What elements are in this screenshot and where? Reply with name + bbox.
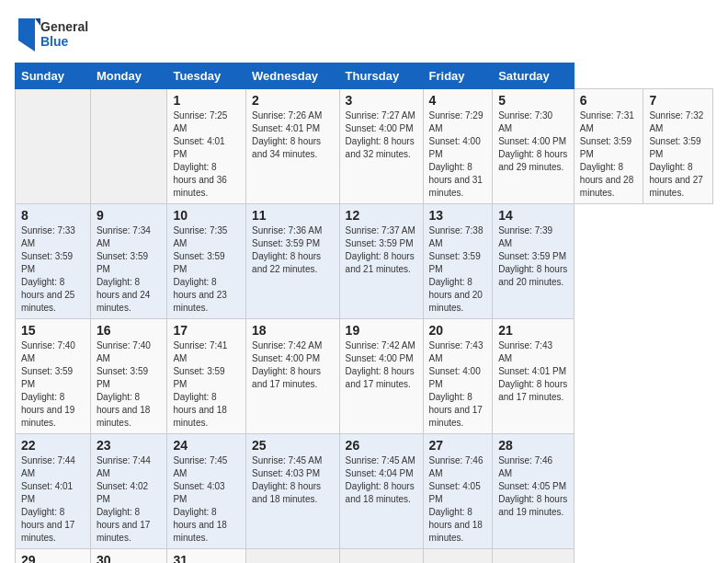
- logo: GeneralBlue: [15, 15, 88, 55]
- calendar-cell: 9 Sunrise: 7:34 AMSunset: 3:59 PMDayligh…: [90, 204, 167, 319]
- day-number: 5: [498, 93, 568, 108]
- calendar-week-row: 29 Sunrise: 7:46 AMSunset: 4:06 PMDaylig…: [16, 549, 713, 564]
- calendar-cell: 4 Sunrise: 7:29 AMSunset: 4:00 PMDayligh…: [423, 89, 493, 204]
- calendar-cell: 26 Sunrise: 7:45 AMSunset: 4:04 PMDaylig…: [339, 434, 423, 549]
- calendar-cell: 11 Sunrise: 7:36 AMSunset: 3:59 PMDaylig…: [246, 204, 340, 319]
- calendar-cell: 17 Sunrise: 7:41 AMSunset: 3:59 PMDaylig…: [167, 319, 246, 434]
- day-info: Sunrise: 7:37 AMSunset: 3:59 PMDaylight:…: [346, 225, 415, 274]
- calendar-cell: 12 Sunrise: 7:37 AMSunset: 3:59 PMDaylig…: [339, 204, 423, 319]
- day-number: 11: [252, 208, 334, 223]
- day-info: Sunrise: 7:45 AMSunset: 4:03 PMDaylight:…: [173, 455, 227, 543]
- day-info: Sunrise: 7:41 AMSunset: 3:59 PMDaylight:…: [173, 340, 227, 428]
- day-info: Sunrise: 7:38 AMSunset: 3:59 PMDaylight:…: [429, 225, 483, 313]
- day-info: Sunrise: 7:29 AMSunset: 4:00 PMDaylight:…: [429, 110, 483, 198]
- day-header-wednesday: Wednesday: [246, 63, 340, 89]
- day-info: Sunrise: 7:31 AMSunset: 3:59 PMDaylight:…: [580, 110, 634, 198]
- day-number: 23: [97, 438, 162, 453]
- calendar-cell: 5 Sunrise: 7:30 AMSunset: 4:00 PMDayligh…: [493, 89, 574, 204]
- day-info: Sunrise: 7:27 AMSunset: 4:00 PMDaylight:…: [346, 110, 415, 159]
- day-info: Sunrise: 7:44 AMSunset: 4:01 PMDaylight:…: [21, 455, 75, 543]
- calendar-week-row: 15 Sunrise: 7:40 AMSunset: 3:59 PMDaylig…: [16, 319, 713, 434]
- svg-marker-0: [18, 18, 35, 52]
- day-number: 1: [173, 93, 240, 108]
- day-number: 4: [429, 93, 487, 108]
- day-info: Sunrise: 7:30 AMSunset: 4:00 PMDaylight:…: [498, 110, 567, 172]
- day-number: 26: [346, 438, 417, 453]
- day-number: 17: [173, 323, 240, 338]
- day-number: 10: [173, 208, 240, 223]
- day-number: 2: [252, 93, 334, 108]
- day-header-saturday: Saturday: [493, 63, 574, 89]
- day-number: 19: [346, 323, 417, 338]
- day-info: Sunrise: 7:36 AMSunset: 3:59 PMDaylight:…: [252, 225, 322, 274]
- day-info: Sunrise: 7:44 AMSunset: 4:02 PMDaylight:…: [97, 455, 151, 543]
- day-number: 22: [21, 438, 85, 453]
- day-info: Sunrise: 7:33 AMSunset: 3:59 PMDaylight:…: [21, 225, 75, 313]
- day-number: 21: [498, 323, 568, 338]
- day-info: Sunrise: 7:25 AMSunset: 4:01 PMDaylight:…: [173, 110, 227, 198]
- calendar-cell: 3 Sunrise: 7:27 AMSunset: 4:00 PMDayligh…: [339, 89, 423, 204]
- day-number: 29: [21, 553, 85, 563]
- calendar-cell: 29 Sunrise: 7:46 AMSunset: 4:06 PMDaylig…: [16, 549, 91, 564]
- svg-text:General: General: [40, 19, 88, 34]
- calendar-cell: 15 Sunrise: 7:40 AMSunset: 3:59 PMDaylig…: [16, 319, 91, 434]
- day-info: Sunrise: 7:34 AMSunset: 3:59 PMDaylight:…: [97, 225, 151, 313]
- day-number: 31: [173, 553, 240, 563]
- day-number: 14: [498, 208, 568, 223]
- day-header-friday: Friday: [423, 63, 493, 89]
- calendar-week-row: 1 Sunrise: 7:25 AMSunset: 4:01 PMDayligh…: [16, 89, 713, 204]
- day-number: 30: [97, 553, 162, 563]
- day-info: Sunrise: 7:45 AMSunset: 4:03 PMDaylight:…: [252, 455, 322, 504]
- day-info: Sunrise: 7:35 AMSunset: 3:59 PMDaylight:…: [173, 225, 227, 313]
- svg-text:Blue: Blue: [40, 34, 69, 49]
- calendar-cell: 27 Sunrise: 7:46 AMSunset: 4:05 PMDaylig…: [423, 434, 493, 549]
- day-number: 18: [252, 323, 334, 338]
- calendar-cell: [90, 89, 167, 204]
- calendar-cell: 13 Sunrise: 7:38 AMSunset: 3:59 PMDaylig…: [423, 204, 493, 319]
- day-number: 12: [346, 208, 417, 223]
- calendar-cell: 30 Sunrise: 7:46 AMSunset: 4:07 PMDaylig…: [90, 549, 167, 564]
- day-header-sunday: Sunday: [16, 63, 91, 89]
- day-info: Sunrise: 7:46 AMSunset: 4:05 PMDaylight:…: [498, 455, 567, 517]
- calendar-cell: 28 Sunrise: 7:46 AMSunset: 4:05 PMDaylig…: [493, 434, 574, 549]
- day-info: Sunrise: 7:46 AMSunset: 4:05 PMDaylight:…: [429, 455, 483, 543]
- calendar-cell: 10 Sunrise: 7:35 AMSunset: 3:59 PMDaylig…: [167, 204, 246, 319]
- calendar-cell: [493, 549, 574, 564]
- day-info: Sunrise: 7:45 AMSunset: 4:04 PMDaylight:…: [346, 455, 415, 504]
- day-header-thursday: Thursday: [339, 63, 423, 89]
- day-number: 25: [252, 438, 334, 453]
- day-header-tuesday: Tuesday: [167, 63, 246, 89]
- calendar-week-row: 22 Sunrise: 7:44 AMSunset: 4:01 PMDaylig…: [16, 434, 713, 549]
- calendar-cell: [16, 89, 91, 204]
- day-number: 6: [580, 93, 638, 108]
- logo-svg: GeneralBlue: [15, 15, 88, 55]
- header: GeneralBlue: [15, 15, 713, 55]
- day-info: Sunrise: 7:42 AMSunset: 4:00 PMDaylight:…: [346, 340, 415, 389]
- calendar-cell: 23 Sunrise: 7:44 AMSunset: 4:02 PMDaylig…: [90, 434, 167, 549]
- calendar-cell: 7 Sunrise: 7:32 AMSunset: 3:59 PMDayligh…: [643, 89, 713, 204]
- day-number: 28: [498, 438, 568, 453]
- day-number: 27: [429, 438, 487, 453]
- day-info: Sunrise: 7:26 AMSunset: 4:01 PMDaylight:…: [252, 110, 322, 159]
- calendar-cell: [246, 549, 340, 564]
- day-number: 7: [649, 93, 707, 108]
- day-number: 9: [97, 208, 162, 223]
- calendar-table: SundayMondayTuesdayWednesdayThursdayFrid…: [15, 63, 713, 563]
- day-number: 3: [346, 93, 417, 108]
- day-info: Sunrise: 7:32 AMSunset: 3:59 PMDaylight:…: [649, 110, 703, 198]
- calendar-cell: 6 Sunrise: 7:31 AMSunset: 3:59 PMDayligh…: [574, 89, 643, 204]
- calendar-cell: 21 Sunrise: 7:43 AMSunset: 4:01 PMDaylig…: [493, 319, 574, 434]
- calendar-week-row: 8 Sunrise: 7:33 AMSunset: 3:59 PMDayligh…: [16, 204, 713, 319]
- day-number: 24: [173, 438, 240, 453]
- calendar-cell: 25 Sunrise: 7:45 AMSunset: 4:03 PMDaylig…: [246, 434, 340, 549]
- calendar-cell: 8 Sunrise: 7:33 AMSunset: 3:59 PMDayligh…: [16, 204, 91, 319]
- days-header-row: SundayMondayTuesdayWednesdayThursdayFrid…: [16, 63, 713, 89]
- calendar-cell: 16 Sunrise: 7:40 AMSunset: 3:59 PMDaylig…: [90, 319, 167, 434]
- day-number: 20: [429, 323, 487, 338]
- calendar-cell: [339, 549, 423, 564]
- day-info: Sunrise: 7:42 AMSunset: 4:00 PMDaylight:…: [252, 340, 322, 389]
- day-number: 13: [429, 208, 487, 223]
- calendar-cell: 31 Sunrise: 7:46 AMSunset: 4:08 PMDaylig…: [167, 549, 246, 564]
- day-info: Sunrise: 7:40 AMSunset: 3:59 PMDaylight:…: [21, 340, 75, 428]
- calendar-cell: 22 Sunrise: 7:44 AMSunset: 4:01 PMDaylig…: [16, 434, 91, 549]
